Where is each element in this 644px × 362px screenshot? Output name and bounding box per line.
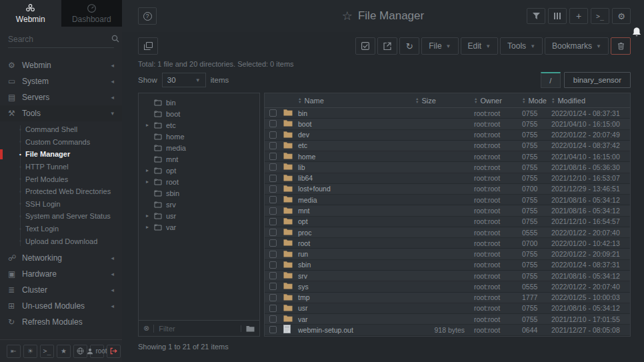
table-row[interactable]: sbin root:root 0755 2022/01/24 - 08:37:3… <box>265 260 630 271</box>
sidebar-menu-item[interactable]: ☍ Networking ◂ <box>0 250 122 266</box>
search-input[interactable] <box>8 35 111 44</box>
file-name[interactable]: media <box>298 196 415 204</box>
sidebar-submenu-item[interactable]: ◦ Custom Commands <box>0 136 122 149</box>
share-button[interactable] <box>377 37 397 55</box>
add-button[interactable]: + <box>569 8 588 24</box>
file-name[interactable]: lib64 <box>298 174 415 182</box>
row-checkbox[interactable] <box>269 272 277 279</box>
tab-dashboard[interactable]: Dashboard <box>61 0 123 27</box>
columns-button[interactable] <box>548 8 567 24</box>
file-name[interactable]: webmin-setup.out <box>298 326 415 334</box>
tree-item[interactable]: sbin <box>139 187 259 199</box>
file-name[interactable]: opt <box>298 217 415 225</box>
file-name[interactable]: run <box>298 250 415 258</box>
filter-button[interactable] <box>527 8 545 24</box>
row-checkbox[interactable] <box>269 142 277 149</box>
table-row[interactable]: lost+found root:root 0700 2021/12/29 - 1… <box>265 184 630 195</box>
search-icon[interactable] <box>111 33 119 45</box>
breadcrumb-current[interactable]: binary_sensor <box>564 72 631 88</box>
file-name[interactable]: etc <box>298 141 415 149</box>
favorite-star-icon[interactable]: ☆ <box>342 9 353 23</box>
file-name[interactable]: sbin <box>298 261 415 269</box>
row-checkbox[interactable] <box>269 294 277 301</box>
tree-item[interactable]: boot <box>139 108 259 119</box>
column-header-owner[interactable]: ▲▼Owner <box>474 97 522 105</box>
sidebar-submenu-item[interactable]: ◦ HTTP Tunnel <box>0 161 122 173</box>
collapse-sidebar-button[interactable]: ⇤ <box>7 345 21 358</box>
file-name[interactable]: srv <box>298 272 415 280</box>
tree-item[interactable]: srv <box>139 199 259 210</box>
table-row[interactable]: dev root:root 0755 2022/01/22 - 20:07:49 <box>265 130 630 141</box>
file-name[interactable]: tmp <box>298 293 415 301</box>
file-name[interactable]: lib <box>298 163 415 171</box>
tree-item[interactable]: ▸ etc <box>139 119 259 131</box>
row-checkbox[interactable] <box>269 196 277 203</box>
tree-item[interactable]: ▸ usr <box>139 210 259 221</box>
sidebar-submenu-item[interactable]: ◦ Protected Web Directories <box>0 185 122 198</box>
table-row[interactable]: tmp root:root 1777 2022/01/25 - 10:00:03 <box>265 293 630 303</box>
sidebar-menu-item[interactable]: ≣ Cluster ◂ <box>0 282 122 298</box>
sidebar-submenu-item[interactable]: ◦ System and Server Status <box>0 210 122 223</box>
settings-button[interactable]: ⚙ <box>612 8 631 24</box>
tree-filter-input[interactable] <box>153 325 237 333</box>
user-button[interactable]: root <box>90 345 104 358</box>
tree-item[interactable]: mnt <box>139 153 259 165</box>
row-checkbox[interactable] <box>269 261 277 269</box>
sidebar-menu-item[interactable]: ⊞ Un-used Modules ◂ <box>0 298 122 314</box>
sidebar-menu-item[interactable]: ↻ Refresh Modules <box>0 314 122 330</box>
caret-right-icon[interactable]: ▸ <box>145 179 150 185</box>
column-header-modified[interactable]: ▲▼Modified <box>551 97 630 105</box>
table-row[interactable]: etc root:root 0755 2022/01/24 - 08:37:42 <box>265 141 630 151</box>
sidebar-menu-item[interactable]: ▭ System ◂ <box>0 73 122 89</box>
row-checkbox[interactable] <box>269 175 277 182</box>
tree-item[interactable]: ▸ root <box>139 176 259 187</box>
file-name[interactable]: root <box>298 239 415 247</box>
table-row[interactable]: mnt root:root 0755 2021/08/16 - 05:34:12 <box>265 205 630 216</box>
refresh-button[interactable]: ↻ <box>399 37 419 55</box>
notification-bell-icon[interactable] <box>631 27 642 41</box>
table-row[interactable]: opt root:root 0755 2021/12/10 - 16:54:57 <box>265 217 630 227</box>
table-row[interactable]: root root:root 0700 2022/01/20 - 10:42:1… <box>265 238 630 249</box>
sidebar-menu-item[interactable]: ▤ Servers ◂ <box>0 89 122 105</box>
goto-folder-button[interactable] <box>241 325 255 332</box>
help-button[interactable]: ? <box>138 7 157 25</box>
tree-item[interactable]: ▸ var <box>139 221 259 233</box>
tools-menu-button[interactable]: Tools▼ <box>500 37 543 55</box>
table-row[interactable]: boot root:root 0755 2021/04/10 - 16:15:0… <box>265 119 630 129</box>
row-checkbox[interactable] <box>269 163 277 171</box>
row-checkbox[interactable] <box>269 218 277 225</box>
caret-right-icon[interactable]: ▸ <box>145 213 150 219</box>
table-row[interactable]: lib root:root 0755 2021/08/16 - 05:36:30 <box>265 162 630 173</box>
logout-button[interactable] <box>107 345 121 358</box>
table-row[interactable]: srv root:root 0755 2021/08/16 - 05:34:12 <box>265 271 630 281</box>
file-name[interactable]: var <box>298 315 415 323</box>
table-row[interactable]: usr root:root 0755 2021/08/16 - 05:34:12 <box>265 303 630 314</box>
clear-filter-icon[interactable]: ⊗ <box>143 324 149 333</box>
file-name[interactable]: lost+found <box>298 185 415 193</box>
tree-item[interactable]: home <box>139 131 259 142</box>
table-row[interactable]: lib64 root:root 0755 2021/12/10 - 16:53:… <box>265 173 630 184</box>
file-name[interactable]: proc <box>298 229 415 237</box>
page-size-select[interactable]: 30 ▼ <box>162 73 206 87</box>
caret-right-icon[interactable]: ▸ <box>145 224 150 230</box>
favorites-button[interactable]: ★ <box>57 345 71 358</box>
table-row[interactable]: var root:root 0755 2021/12/10 - 17:01:55 <box>265 314 630 325</box>
row-checkbox[interactable] <box>269 239 277 247</box>
file-name[interactable]: bin <box>298 109 415 117</box>
tree-item[interactable]: ▸ opt <box>139 165 259 176</box>
file-name[interactable]: sys <box>298 283 415 291</box>
table-row[interactable]: home root:root 0755 2021/04/10 - 16:15:0… <box>265 151 630 162</box>
table-row[interactable]: sys root:root 0555 2022/01/22 - 20:07:40 <box>265 281 630 292</box>
file-name[interactable]: dev <box>298 131 415 139</box>
row-checkbox[interactable] <box>269 251 277 258</box>
table-row[interactable]: webmin-setup.out 918 bytes root:root 064… <box>265 325 630 335</box>
sidebar-menu-item[interactable]: ▣ Hardware ◂ <box>0 266 122 282</box>
breadcrumb-root[interactable]: / <box>541 72 561 88</box>
row-checkbox[interactable] <box>269 283 277 290</box>
sidebar-menu-item[interactable]: ⚒ Tools ▾ <box>0 105 122 121</box>
file-name[interactable]: mnt <box>298 207 415 215</box>
row-checkbox[interactable] <box>269 185 277 193</box>
select-all-button[interactable] <box>355 37 375 55</box>
sidebar-submenu-item[interactable]: ◦ Command Shell <box>0 123 122 136</box>
caret-right-icon[interactable]: ▸ <box>145 167 150 173</box>
